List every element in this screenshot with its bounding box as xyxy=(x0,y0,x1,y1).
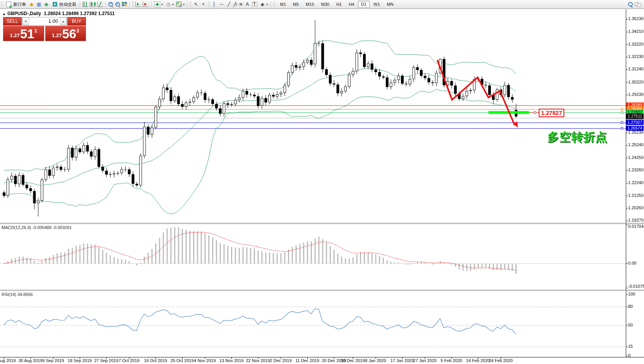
text-label-tool-icon[interactable]: T xyxy=(252,2,257,7)
price-scale[interactable]: 1.352301.342101.332201.322301.312401.302… xyxy=(626,9,644,357)
periods-dropdown[interactable]: ◷ ▾ xyxy=(164,2,174,7)
date-tick-label: 16 Oct 2019 xyxy=(144,358,167,363)
one-click-trading-panel: SELL ▼ 1.00 ▲ BUY 1.27 51 1 1.27 56 3 xyxy=(3,17,86,41)
sell-price-point: 1 xyxy=(34,28,37,34)
trendline-tool-icon[interactable]: ╱ xyxy=(226,2,232,7)
macd-tick-label: 0.017043 xyxy=(628,224,644,229)
rsi-tick-label: 15 xyxy=(628,344,633,349)
horizontal-line-tool-icon[interactable]: ─ xyxy=(219,2,224,7)
new-order-icon xyxy=(6,2,11,7)
buy-price-point: 3 xyxy=(76,28,79,34)
chart-canvas[interactable] xyxy=(0,0,644,364)
buy-button[interactable]: BUY xyxy=(67,17,86,26)
tile-windows-icon[interactable] xyxy=(122,2,127,7)
rsi-tick-label: 50 xyxy=(628,323,633,327)
volume-input[interactable]: 1.00 xyxy=(29,17,60,25)
volume-stepper: ▼ 1.00 ▲ xyxy=(22,17,67,26)
text-tool-icon[interactable]: A xyxy=(245,2,250,7)
toolbar-separator xyxy=(105,1,106,7)
date-tick-label: 11 Dec 2019 xyxy=(295,358,319,363)
vertical-line-tool-icon[interactable]: │ xyxy=(211,2,217,7)
indicator-delete-icon[interactable] xyxy=(143,2,149,7)
search-icon[interactable] xyxy=(627,2,633,7)
toolbar-grip[interactable] xyxy=(190,2,191,7)
new-order-button[interactable]: 新订单 xyxy=(3,1,28,8)
sell-price-prefix: 1.27 xyxy=(10,32,20,38)
timeframe-button-d1[interactable]: D1 xyxy=(358,1,370,8)
time-scale[interactable]: 21 Aug 201930 Aug 20199 Sep 201918 Sep 2… xyxy=(0,358,626,364)
date-tick-label: 25 Oct 2019 xyxy=(171,358,194,363)
toolbar-separator xyxy=(151,1,151,7)
timeframe-button-m5[interactable]: M5 xyxy=(290,1,302,8)
sell-price-button[interactable]: 1.27 51 1 xyxy=(3,26,44,41)
price-tick-label: 1.19270 xyxy=(628,218,644,222)
toolbar-grip[interactable] xyxy=(132,2,134,7)
macd-indicator-label: MACD(12,26,9) -0.005488 -0.003261 xyxy=(2,225,72,230)
chart-title: ▲GBPUSD-,Daily1.28024 1.28496 1.27392 1.… xyxy=(2,11,115,16)
zoom-out-icon[interactable] xyxy=(115,2,120,7)
macd-name: MACD(12,26,9) xyxy=(2,225,31,230)
date-tick-label: 8 Jan 2020 xyxy=(365,358,386,363)
chevron-down-icon: ▾ xyxy=(161,3,163,6)
cursor-icon[interactable]: ↖ xyxy=(193,2,199,7)
market-watch-icon[interactable]: ◆ xyxy=(29,2,34,7)
macd-tick-label: -0.010751 xyxy=(628,284,644,289)
timeframe-button-mn[interactable]: MN xyxy=(384,1,397,8)
add-indicator-icon xyxy=(154,2,160,7)
chevron-down-icon: ▾ xyxy=(172,3,174,6)
profiles-icon[interactable]: ▦ xyxy=(36,2,42,7)
chinese-annotation-text[interactable]: 多空转折点 xyxy=(547,129,607,145)
sell-button[interactable]: SELL xyxy=(3,17,22,26)
price-tick-label: 1.30220 xyxy=(628,80,644,84)
sell-price-pips: 51 xyxy=(20,28,34,40)
navigator-icon[interactable]: ◉ xyxy=(43,2,49,7)
timeframe-button-m15[interactable]: M15 xyxy=(303,1,317,8)
volume-decrease-button[interactable]: ▼ xyxy=(22,17,29,25)
timeframe-button-h4[interactable]: H4 xyxy=(346,1,357,8)
date-tick-label: 30 Dec 2019 xyxy=(341,358,365,363)
toolbar-grip[interactable] xyxy=(274,2,275,7)
bar-chart-icon[interactable] xyxy=(82,2,88,7)
buy-price-button[interactable]: 1.27 56 3 xyxy=(45,26,86,41)
toolbar-separator xyxy=(129,1,130,7)
price-tick-label: 1.32230 xyxy=(628,54,644,59)
date-tick-label: 4 Nov 2019 xyxy=(194,358,216,363)
add-indicator-dropdown[interactable]: ▾ xyxy=(154,2,163,7)
date-tick-label: 9 Sep 2019 xyxy=(42,358,64,363)
date-tick-label: 5 Feb 2020 xyxy=(441,358,462,363)
channel-sub: E xyxy=(235,3,237,6)
indicator-window-icon[interactable] xyxy=(135,2,141,7)
price-tag-1.27027: 1.27027 xyxy=(626,120,644,125)
collapse-arrow-icon[interactable]: ▲ xyxy=(2,12,6,16)
price-tick-label: 1.23260 xyxy=(628,167,644,172)
price-tick-label: 1.29230 xyxy=(628,92,644,97)
crosshair-icon[interactable]: + xyxy=(200,2,206,7)
toolbar-grip[interactable] xyxy=(1,2,2,7)
price-tick-label: 1.22240 xyxy=(628,180,644,185)
date-tick-label: 13 Nov 2019 xyxy=(219,358,243,363)
arrows-tool-dropdown[interactable]: ◈ ▾ xyxy=(259,2,268,7)
toolbar-grip[interactable] xyxy=(79,2,80,7)
price-tick-label: 1.25240 xyxy=(628,142,644,147)
price-tag-1.27511: 1.27511 xyxy=(626,114,644,119)
buy-price-prefix: 1.27 xyxy=(52,32,62,38)
candlestick-chart-icon[interactable] xyxy=(90,2,96,7)
channel-tool-icon[interactable]: ╱ E xyxy=(233,2,238,7)
toolbar-separator xyxy=(187,1,187,7)
line-chart-icon[interactable] xyxy=(97,2,103,7)
price-callout-box[interactable]: 1.27827 xyxy=(539,109,564,117)
date-tick-label: 17 Jan 2020 xyxy=(391,358,414,363)
volume-increase-button[interactable]: ▲ xyxy=(60,17,67,25)
date-tick-label: 27 Jan 2020 xyxy=(413,358,437,363)
chevron-down-icon: ▾ xyxy=(267,3,268,6)
price-tick-label: 1.21250 xyxy=(628,193,644,198)
zoom-in-icon[interactable] xyxy=(108,2,113,7)
chat-icon[interactable] xyxy=(635,2,641,7)
timeframe-button-m30[interactable]: M30 xyxy=(318,1,332,8)
timeframe-button-h1[interactable]: H1 xyxy=(333,1,345,8)
timeframe-button-w1[interactable]: W1 xyxy=(370,1,383,8)
fibonacci-tool-icon[interactable]: ≡ F xyxy=(239,2,243,7)
timeframe-button-m1[interactable]: M1 xyxy=(277,1,289,8)
templates-dropdown[interactable]: ▾ xyxy=(175,2,185,7)
autotrading-button[interactable]: 自动交易 xyxy=(50,1,78,8)
